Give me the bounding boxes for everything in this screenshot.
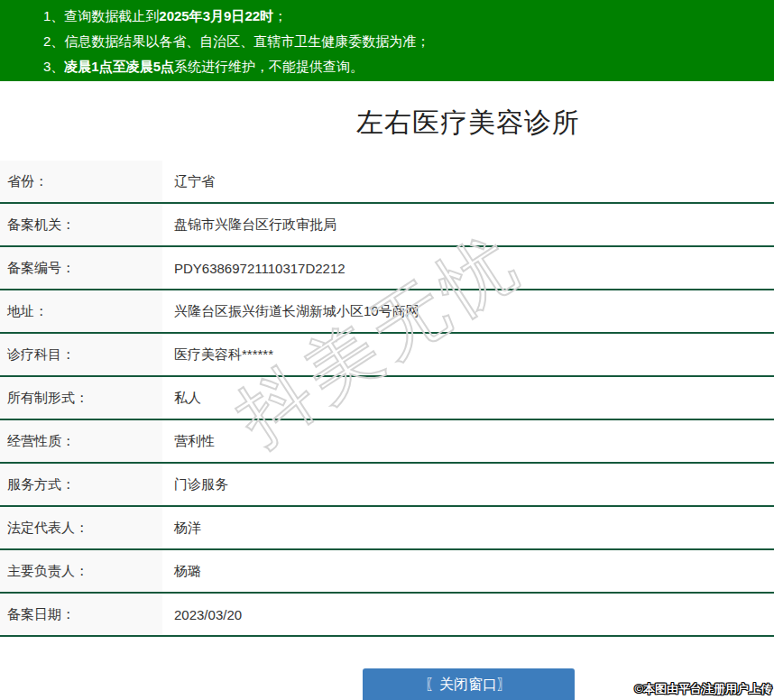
corner-watermark: ©本图由平台注册用户上传	[634, 681, 772, 697]
notice-bold-text: 凌晨1点至凌晨5点	[64, 59, 174, 74]
notice-text: 系统进行维护，不能提供查询。	[174, 59, 364, 74]
notice-line: 3、凌晨1点至凌晨5点系统进行维护，不能提供查询。	[43, 54, 774, 79]
notice-bold-text: 2025年3月9日22时	[159, 8, 273, 23]
row-label: 所有制形式：	[0, 376, 162, 419]
notice-line: 1、查询数据截止到2025年3月9日22时；	[43, 4, 774, 29]
table-row: 法定代表人： 杨洋	[0, 506, 774, 549]
notice-text: 查询数据截止到	[64, 8, 159, 23]
record-detail-page: 1、查询数据截止到2025年3月9日22时； 2、信息数据结果以各省、自治区、直…	[0, 0, 774, 700]
notice-bar: 1、查询数据截止到2025年3月9日22时； 2、信息数据结果以各省、自治区、直…	[0, 0, 774, 81]
row-label: 地址：	[0, 290, 162, 333]
table-row: 服务方式： 门诊服务	[0, 463, 774, 506]
table-row: 备案日期： 2023/03/20	[0, 593, 774, 636]
table-row: 地址： 兴隆台区振兴街道长湖新城小区10号商网	[0, 290, 774, 333]
row-value: 杨洋	[162, 506, 774, 549]
row-value: 私人	[162, 376, 774, 419]
notice-text: 信息数据结果以各省、自治区、直辖市卫生健康委数据为准；	[64, 33, 429, 49]
table-row: 备案编号： PDY63869721110317D2212	[0, 246, 774, 290]
notice-text: ；	[273, 8, 287, 23]
notice-number: 2、	[43, 33, 64, 49]
table-row: 省份： 辽宁省	[0, 161, 774, 203]
close-window-button[interactable]: 〖关闭窗口〗	[363, 668, 575, 700]
row-label: 备案机关：	[0, 203, 162, 246]
table-row: 所有制形式： 私人	[0, 376, 774, 419]
row-label: 经营性质：	[0, 419, 162, 463]
row-label: 主要负责人：	[0, 549, 162, 593]
row-value: 门诊服务	[162, 463, 774, 506]
notice-line: 2、信息数据结果以各省、自治区、直辖市卫生健康委数据为准；	[43, 29, 774, 54]
info-table: 省份： 辽宁省 备案机关： 盘锦市兴隆台区行政审批局 备案编号： PDY6386…	[0, 161, 774, 637]
row-value: 营利性	[162, 419, 774, 463]
row-label: 法定代表人：	[0, 506, 162, 549]
row-value: 杨璐	[162, 549, 774, 593]
row-label: 服务方式：	[0, 463, 162, 506]
table-row: 经营性质： 营利性	[0, 419, 774, 463]
row-label: 备案编号：	[0, 246, 162, 290]
notice-number: 1、	[43, 8, 64, 23]
table-row: 备案机关： 盘锦市兴隆台区行政审批局	[0, 203, 774, 246]
row-value: 兴隆台区振兴街道长湖新城小区10号商网	[162, 290, 774, 333]
row-value: PDY63869721110317D2212	[162, 246, 774, 290]
notice-number: 3、	[43, 59, 64, 74]
row-value: 盘锦市兴隆台区行政审批局	[162, 203, 774, 246]
row-value: 辽宁省	[162, 161, 774, 203]
row-value: 2023/03/20	[162, 593, 774, 636]
page-title: 左右医疗美容诊所	[162, 105, 774, 142]
row-label: 备案日期：	[0, 593, 162, 636]
row-label: 诊疗科目：	[0, 333, 162, 376]
row-value: 医疗美容科******	[162, 333, 774, 376]
row-label: 省份：	[0, 161, 162, 203]
table-row: 诊疗科目： 医疗美容科******	[0, 333, 774, 376]
table-row: 主要负责人： 杨璐	[0, 549, 774, 593]
